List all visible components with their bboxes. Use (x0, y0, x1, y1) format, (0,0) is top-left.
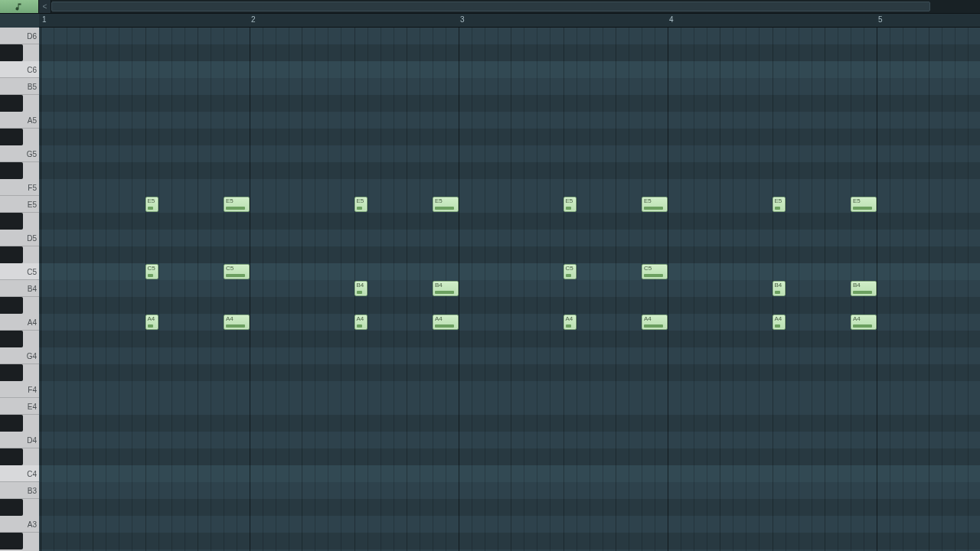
black-key[interactable] (0, 95, 39, 112)
grid-row[interactable] (39, 465, 980, 482)
grid-row[interactable] (39, 482, 980, 499)
note-velocity-bar (644, 207, 664, 210)
midi-note[interactable]: B4 (354, 281, 368, 296)
midi-note[interactable]: A4 (224, 315, 250, 330)
white-key[interactable]: C6 (0, 61, 39, 78)
grid-row[interactable] (39, 61, 980, 78)
midi-note[interactable]: B4 (773, 281, 786, 296)
white-key[interactable]: F4 (0, 381, 39, 398)
white-key[interactable]: C5 (0, 263, 39, 280)
grid-row[interactable] (39, 533, 980, 549)
note-label: B4 (435, 282, 443, 289)
grid-row[interactable] (39, 432, 980, 448)
black-key[interactable] (0, 246, 39, 263)
midi-note[interactable]: E5 (224, 197, 250, 212)
note-label: E5 (775, 198, 782, 204)
black-key[interactable] (0, 364, 39, 381)
midi-note[interactable]: A4 (433, 315, 459, 330)
grid-row[interactable] (39, 145, 980, 162)
midi-note[interactable]: B4 (851, 281, 877, 296)
grid-row[interactable] (39, 95, 980, 112)
grid-row[interactable] (39, 246, 980, 263)
black-key[interactable] (0, 533, 39, 549)
grid-row[interactable] (39, 179, 980, 196)
white-key[interactable]: D4 (0, 432, 39, 448)
grid-row[interactable] (39, 213, 980, 230)
grid-row[interactable] (39, 44, 980, 61)
grid-row[interactable] (39, 331, 980, 347)
scroll-left-button[interactable]: < (39, 0, 51, 13)
grid-row[interactable] (39, 398, 980, 415)
black-key[interactable] (0, 213, 39, 230)
midi-note[interactable]: E5 (145, 197, 158, 212)
black-key[interactable] (0, 297, 39, 314)
white-key[interactable]: B3 (0, 482, 39, 499)
note-grid[interactable]: E5E5E5E5E5E5E5E5C5C5C5C5B4B4B4B4A4A4A4A4… (39, 28, 980, 551)
note-velocity-bar (226, 207, 246, 210)
grid-row[interactable] (39, 415, 980, 432)
white-key[interactable]: A3 (0, 516, 39, 533)
midi-note[interactable]: A4 (773, 315, 786, 330)
midi-note[interactable]: C5 (564, 264, 577, 279)
grid-row[interactable] (39, 516, 980, 533)
midi-note[interactable]: E5 (433, 197, 459, 212)
grid-row[interactable] (39, 196, 980, 213)
grid-row[interactable] (39, 347, 980, 364)
black-key[interactable] (0, 499, 39, 516)
grid-row[interactable] (39, 230, 980, 246)
grid-row[interactable] (39, 280, 980, 297)
black-key[interactable] (0, 331, 39, 347)
midi-note[interactable]: E5 (851, 197, 877, 212)
note-label: E5 (357, 198, 364, 204)
midi-note[interactable]: A4 (145, 315, 158, 330)
note-velocity-bar (853, 291, 873, 294)
midi-note[interactable]: E5 (773, 197, 786, 212)
black-key[interactable] (0, 129, 39, 145)
midi-note[interactable]: C5 (145, 264, 158, 279)
white-key[interactable]: B4 (0, 280, 39, 297)
grid-row[interactable] (39, 297, 980, 314)
midi-note[interactable]: E5 (564, 197, 577, 212)
black-key[interactable] (0, 162, 39, 179)
midi-note[interactable]: C5 (224, 264, 250, 279)
midi-note[interactable]: E5 (642, 197, 668, 212)
grid-row[interactable] (39, 448, 980, 465)
grid-row[interactable] (39, 112, 980, 129)
pattern-menu-button[interactable] (0, 0, 39, 13)
grid-row[interactable] (39, 28, 980, 44)
white-key[interactable]: A4 (0, 314, 39, 331)
midi-note[interactable]: A4 (851, 315, 877, 330)
black-key[interactable] (0, 44, 39, 61)
white-key[interactable]: E5 (0, 196, 39, 213)
grid-row[interactable] (39, 78, 980, 95)
white-key[interactable]: G5 (0, 145, 39, 162)
grid-row[interactable] (39, 381, 980, 398)
piano-keyboard[interactable]: D6C6B5A5G5F5E5D5C5B4A4G4F4E4D4C4B3A3 (0, 28, 39, 551)
grid-row[interactable] (39, 499, 980, 516)
midi-note[interactable]: A4 (564, 315, 577, 330)
grid-row[interactable] (39, 314, 980, 331)
midi-note[interactable]: E5 (354, 197, 368, 212)
white-key[interactable]: D6 (0, 28, 39, 44)
white-key[interactable]: G4 (0, 347, 39, 364)
white-key[interactable]: A5 (0, 112, 39, 129)
timeline-ruler[interactable]: 12345 (39, 14, 980, 28)
note-label: B4 (853, 282, 861, 289)
white-key[interactable]: D5 (0, 230, 39, 246)
h-scrollbar-thumb[interactable] (51, 2, 930, 11)
midi-note[interactable]: A4 (354, 315, 368, 330)
midi-note[interactable]: A4 (642, 315, 668, 330)
white-key[interactable]: B5 (0, 78, 39, 95)
white-key[interactable]: F5 (0, 179, 39, 196)
white-key[interactable]: E4 (0, 398, 39, 415)
grid-row[interactable] (39, 364, 980, 381)
black-key[interactable] (0, 415, 39, 432)
grid-row[interactable] (39, 129, 980, 145)
grid-row[interactable] (39, 162, 980, 179)
midi-note[interactable]: C5 (642, 264, 668, 279)
midi-note[interactable]: B4 (433, 281, 459, 296)
grid-row[interactable] (39, 263, 980, 280)
h-scrollbar-track[interactable] (51, 0, 934, 13)
black-key[interactable] (0, 448, 39, 465)
white-key[interactable]: C4 (0, 465, 39, 482)
